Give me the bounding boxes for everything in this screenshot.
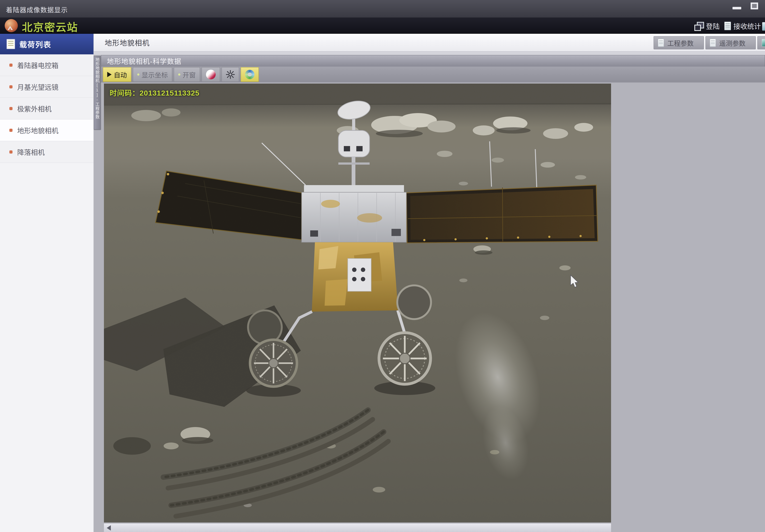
sidebar-item-label: 降落相机 — [17, 147, 45, 157]
sidebar-item-terrain-camera[interactable]: 地形地貌相机 — [0, 120, 93, 141]
open-window-button[interactable]: 开窗 — [174, 67, 200, 82]
receive-stats-button[interactable]: 接收统计 — [724, 21, 761, 31]
orange-bullet-icon — [9, 64, 13, 67]
red-sphere-button[interactable] — [202, 67, 220, 82]
payload-sidebar: 载荷列表 着陆器电控箱 月基光望远镜 极紫外相机 地形地貌相机 降落相机 — [0, 34, 94, 532]
receive-stats-label: 接收统计 — [733, 21, 761, 31]
login-label: 登陆 — [706, 21, 720, 31]
window-title: 着陆器成像数据显示 — [6, 5, 68, 14]
sidebar-item-descent-camera[interactable]: 降落相机 — [0, 141, 93, 163]
sidebar-item-label: 着陆器电控箱 — [17, 60, 58, 70]
sidebar-item-label: 月基光望远镜 — [17, 82, 58, 92]
minimize-icon[interactable] — [732, 7, 741, 9]
tab-terrain-camera[interactable]: 地形地貌相机 — [101, 34, 154, 51]
mouse-cursor — [570, 275, 580, 290]
sidebar-item-label: 地形地貌相机 — [17, 125, 58, 135]
left-arrow-icon[interactable] — [107, 525, 111, 531]
window-titlebar: 着陆器成像数据显示 — [0, 0, 765, 18]
dual-monitor-icon — [694, 22, 703, 30]
auto-label: 自动 — [114, 70, 127, 79]
engineering-params-button[interactable]: 工程参数 — [654, 36, 704, 49]
sidebar-item-label: 极紫外相机 — [17, 104, 52, 114]
image-icon — [762, 39, 765, 47]
color-swirl-button[interactable] — [241, 67, 259, 82]
login-button[interactable]: 登陆 — [694, 21, 720, 31]
terrain-camera-image: 时间码：20131215113325 — [104, 84, 611, 522]
maximize-icon[interactable] — [751, 3, 758, 9]
green-dot-icon — [137, 74, 139, 76]
brightness-button[interactable] — [222, 67, 239, 82]
document-icon — [710, 39, 716, 47]
orange-bullet-icon — [9, 107, 13, 110]
header-actions: 登陆 接收统计 — [694, 21, 761, 31]
app-header: 北京密云站 登陆 接收统计 — [0, 18, 765, 34]
sidebar-header-label: 载荷列表 — [19, 39, 51, 50]
color-swirl-icon — [245, 70, 255, 79]
telemetry-params-button[interactable]: 遥测参数 — [705, 36, 756, 49]
document-icon — [658, 39, 664, 47]
science-data-button-clipped[interactable]: 科 — [757, 36, 765, 49]
engineering-params-label: 工程参数 — [667, 38, 694, 48]
collapsed-panel-tab-engineering-params[interactable]: 地形地貌相机[1]-工程参数 — [94, 56, 101, 130]
open-window-label: 开窗 — [183, 70, 196, 79]
station-logo-icon — [5, 19, 18, 32]
panel-title: 地形地貌相机-科学数据 — [101, 55, 765, 67]
orange-bullet-icon — [9, 150, 13, 153]
telemetry-params-label: 遥测参数 — [719, 38, 745, 48]
green-dot-icon — [178, 74, 180, 76]
sidebar-item-moon-telescope[interactable]: 月基光望远镜 — [0, 76, 93, 98]
list-icon — [7, 39, 15, 49]
play-icon — [107, 72, 112, 77]
red-sphere-icon — [206, 70, 216, 79]
auto-button[interactable]: 自动 — [103, 67, 131, 82]
content-gap-strip — [94, 52, 765, 55]
show-coordinates-button[interactable]: 显示坐标 — [133, 67, 172, 82]
orange-bullet-icon — [9, 85, 13, 89]
document-icon — [724, 22, 731, 30]
timestamp-overlay: 时间码：20131215113325 — [110, 87, 200, 98]
partial-edge-icon[interactable] — [762, 22, 765, 31]
orange-bullet-icon — [9, 129, 13, 132]
show-coordinates-label: 显示坐标 — [142, 70, 168, 79]
sun-icon — [226, 70, 235, 79]
moon-photo — [104, 84, 611, 522]
sidebar-item-lander-control-box[interactable]: 着陆器电控箱 — [0, 54, 93, 76]
sidebar-header-payload-list[interactable]: 载荷列表 — [0, 34, 93, 54]
station-name: 北京密云站 — [22, 19, 78, 34]
sidebar-item-euv-camera[interactable]: 极紫外相机 — [0, 98, 93, 120]
panel-toolbar: 自动 显示坐标 开窗 — [101, 67, 765, 83]
horizontal-scrollbar[interactable] — [104, 523, 611, 532]
